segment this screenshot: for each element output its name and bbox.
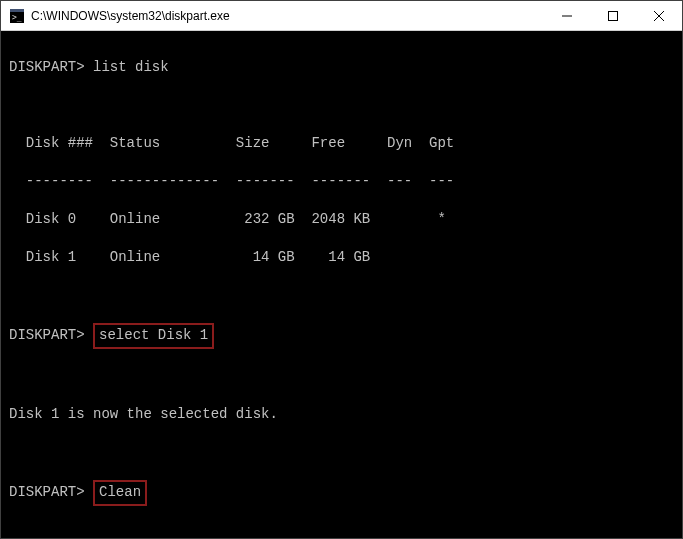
prompt: DISKPART> (9, 484, 85, 500)
close-button[interactable] (636, 1, 682, 30)
prompt-line: DISKPART> list disk (9, 58, 672, 77)
window-title: C:\WINDOWS\system32\diskpart.exe (31, 9, 544, 23)
cmd-select-disk: select Disk 1 (93, 323, 214, 349)
blank-line (9, 96, 672, 115)
blank-line (9, 524, 672, 538)
diskpart-window: >_ C:\WINDOWS\system32\diskpart.exe DISK… (0, 0, 683, 539)
window-controls (544, 1, 682, 30)
prompt-line: DISKPART> Clean (9, 481, 672, 505)
titlebar[interactable]: >_ C:\WINDOWS\system32\diskpart.exe (1, 1, 682, 31)
cmd-clean: Clean (93, 480, 147, 506)
output-line: Disk 1 is now the selected disk. (9, 405, 672, 424)
maximize-button[interactable] (590, 1, 636, 30)
table-header: Disk ### Status Size Free Dyn Gpt (9, 134, 672, 153)
cmd-list-disk: list disk (93, 59, 169, 75)
table-row: Disk 0 Online 232 GB 2048 KB * (9, 210, 672, 229)
app-icon: >_ (9, 8, 25, 24)
table-divider: -------- ------------- ------- ------- -… (9, 172, 672, 191)
prompt: DISKPART> (9, 59, 85, 75)
prompt-line: DISKPART> select Disk 1 (9, 324, 672, 348)
blank-line (9, 286, 672, 305)
prompt: DISKPART> (9, 327, 85, 343)
svg-rect-4 (609, 11, 618, 20)
blank-line (9, 367, 672, 386)
svg-text:>_: >_ (12, 13, 22, 22)
blank-line (9, 443, 672, 462)
terminal-output[interactable]: DISKPART> list disk Disk ### Status Size… (1, 31, 682, 538)
table-row: Disk 1 Online 14 GB 14 GB (9, 248, 672, 267)
svg-rect-1 (10, 9, 24, 12)
minimize-button[interactable] (544, 1, 590, 30)
